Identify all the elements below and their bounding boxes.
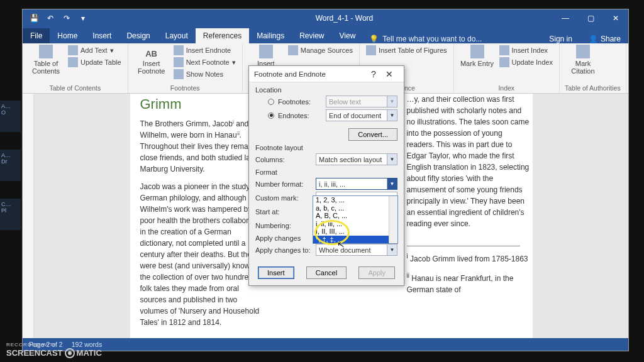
next-footnote-icon [174, 57, 184, 67]
navigation-pane-collapsed[interactable] [23, 94, 34, 338]
tab-review[interactable]: Review [292, 28, 331, 43]
format-option-123[interactable]: 1, 2, 3, ... [313, 196, 397, 204]
numbering-label: Numbering: [255, 222, 312, 229]
undo-icon[interactable]: ↶ [45, 13, 55, 23]
tab-design[interactable]: Design [119, 28, 157, 43]
location-heading: Location [255, 86, 397, 94]
format-option-symbols[interactable]: *, †, ‡, ... [313, 236, 397, 244]
footnotes-radio[interactable] [268, 99, 274, 105]
custom-mark-label: Custom mark: [255, 194, 312, 202]
sign-in-link[interactable]: Sign in [540, 35, 581, 43]
body-para-2: Jacob was a pioneer in the study of Germ… [140, 181, 266, 328]
insert-button[interactable]: Insert [258, 266, 294, 279]
chevron-down-icon: ▼ [387, 96, 397, 107]
apply-to-label: Apply changes to: [255, 246, 312, 254]
tof-icon [366, 45, 376, 55]
apply-button: Apply [358, 266, 395, 279]
manage-sources-button[interactable]: Manage Sources [287, 45, 354, 56]
chevron-down-icon[interactable]: ▼ [387, 110, 397, 121]
insert-tof-button[interactable]: Insert Table of Figures [365, 45, 448, 56]
tab-layout[interactable]: Layout [158, 28, 196, 43]
mark-citation-icon [576, 45, 590, 58]
endnotes-location-select[interactable]: End of document▼ [326, 109, 397, 121]
mark-citation-button[interactable]: Mark Citation [565, 45, 601, 75]
ab-icon: AB [145, 50, 157, 58]
group-toc: Table of Contents [28, 84, 123, 93]
close-button[interactable]: ✕ [603, 9, 628, 27]
dialog-title: Footnote and Endnote [254, 70, 367, 78]
lightbulb-icon: 💡 [369, 35, 379, 43]
columns-select[interactable]: Match section layout▼ [316, 153, 397, 165]
endnote-1: i Jacob Grimm lived from 1785-1863 [407, 251, 530, 265]
chevron-down-icon[interactable]: ▼ [387, 244, 397, 255]
tab-view[interactable]: View [332, 28, 364, 43]
endnotes-radio[interactable] [268, 112, 274, 119]
status-bar: Page 2 of 2 192 words [23, 338, 628, 351]
background-browser-tabs: A…OA…DrC…Pl [0, 101, 21, 248]
convert-button[interactable]: Convert... [348, 128, 397, 141]
show-notes-button[interactable]: Show Notes [172, 69, 237, 80]
format-option-abc-upper[interactable]: A, B, C, ... [313, 212, 397, 220]
toc-icon [39, 45, 53, 58]
endnote-icon [174, 45, 184, 55]
scrollbar-track[interactable] [389, 196, 397, 243]
tab-file[interactable]: File [23, 28, 50, 43]
group-authorities: Table of Authorities [565, 84, 621, 93]
insert-index-button[interactable]: Insert Index [498, 45, 554, 56]
format-option-abc-lower[interactable]: a, b, c, ... [313, 204, 397, 212]
endnote-2: ii Hanau is near Frankfurt, in the Germa… [407, 271, 530, 295]
tab-references[interactable]: References [196, 28, 249, 43]
number-format-dropdown[interactable]: 1, 2, 3, ... a, b, c, ... A, B, C, ... i… [313, 195, 398, 244]
format-option-roman-upper[interactable]: I, II, III, ... [313, 228, 397, 236]
show-notes-icon [174, 69, 184, 79]
share-icon: 👤 [589, 35, 598, 43]
insert-footnote-button[interactable]: ABInsert Footnote [133, 45, 170, 80]
toc-button[interactable]: Table of Contents [28, 45, 64, 75]
apply-to-select[interactable]: Whole document▼ [316, 244, 397, 256]
share-button[interactable]: 👤 Share [581, 35, 628, 43]
save-icon[interactable]: 💾 [29, 13, 39, 23]
screencast-watermark: RECORDED WITH SCREENCASTMATIC [6, 343, 102, 358]
dialog-help-button[interactable]: ? [367, 69, 380, 79]
mark-entry-button[interactable]: Mark Entry [459, 45, 496, 68]
number-format-select[interactable]: i, ii, iii, ...▼ [316, 178, 397, 190]
chevron-down-icon[interactable]: ▼ [387, 154, 397, 165]
format-option-roman-lower[interactable]: i, ii, iii, ... [313, 220, 397, 228]
format-heading: Format [255, 168, 397, 176]
redo-icon[interactable]: ↷ [62, 13, 72, 23]
dialog-close-button[interactable]: ✕ [380, 69, 399, 79]
start-at-label: Start at: [255, 208, 312, 216]
next-footnote-button[interactable]: Next Footnote ▾ [172, 57, 237, 68]
chevron-down-icon[interactable]: ▼ [387, 178, 397, 189]
mark-entry-icon [470, 45, 484, 58]
add-text-icon [68, 45, 78, 55]
manage-sources-icon [288, 45, 298, 55]
footnote-endnote-dialog: Footnote and Endnote ? ✕ Location Footno… [248, 65, 404, 286]
update-table-icon [68, 57, 78, 67]
insert-index-icon [499, 45, 509, 55]
layout-heading: Footnote layout [255, 144, 397, 151]
footnotes-location-select: Below text▼ [326, 96, 397, 107]
maximize-button[interactable]: ▢ [578, 9, 603, 27]
tab-mailings[interactable]: Mailings [249, 28, 292, 43]
cancel-button[interactable]: Cancel [306, 266, 347, 279]
columns-label: Columns: [255, 156, 312, 163]
citation-icon [259, 45, 273, 58]
tab-home[interactable]: Home [50, 28, 85, 43]
update-index-button[interactable]: Update Index [498, 57, 554, 68]
group-footnotes: Footnotes [133, 84, 237, 93]
tell-me-search[interactable]: 💡 Tell me what you want to do... [363, 35, 488, 43]
group-index: Index [459, 84, 554, 93]
body-para-right: …y, and their collection was first publi… [407, 94, 530, 229]
screencast-logo-icon [65, 348, 75, 358]
qat-more-icon[interactable]: ▾ [78, 13, 88, 23]
tab-insert[interactable]: Insert [85, 28, 119, 43]
insert-endnote-button[interactable]: Insert Endnote [172, 45, 237, 56]
minimize-button[interactable]: — [553, 9, 578, 27]
body-para-1: The Brothers Grimm, Jacobⁱ and Wilhelm, … [140, 118, 266, 175]
update-table-button[interactable]: Update Table [67, 57, 123, 68]
endnotes-label: Endnotes: [278, 112, 322, 119]
add-text-button[interactable]: Add Text ▾ [67, 45, 123, 56]
window-title: Word_4-1 - Word [136, 14, 553, 23]
endnote-separator [407, 246, 520, 246]
